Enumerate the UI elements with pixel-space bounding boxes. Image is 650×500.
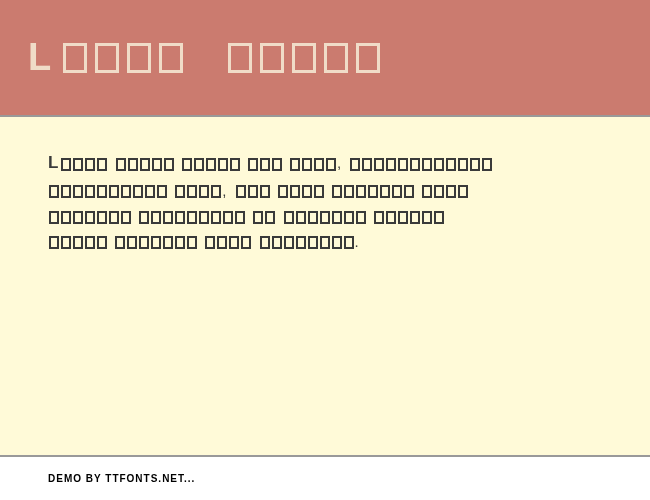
text-box [308,236,318,249]
text-box [151,236,161,249]
text-box [284,211,294,224]
punctuation: . [355,233,361,250]
text-box [434,185,444,198]
text-box [236,185,246,198]
text-box [272,236,282,249]
text-box [458,158,468,171]
text-box [482,158,492,171]
title-box [260,43,284,73]
text-box [211,185,221,198]
text-box [175,185,185,198]
text-box [157,185,167,198]
text-box [344,211,354,224]
text-box [398,211,408,224]
title-box [228,43,252,73]
text-box [229,236,239,249]
page-title: L [28,36,382,79]
title-box [95,43,119,73]
text-box [404,185,414,198]
text-box [187,236,197,249]
text-box [97,211,107,224]
text-box [422,158,432,171]
text-box [73,158,83,171]
text-box [109,211,119,224]
text-box [302,185,312,198]
text-box [235,211,245,224]
title-box [292,43,316,73]
title-letter: L [28,36,57,79]
text-box [175,211,185,224]
text-box [260,185,270,198]
text-box [272,158,282,171]
text-box [380,185,390,198]
text-box [308,211,318,224]
text-box [139,211,149,224]
text-box [284,236,294,249]
text-box [49,236,59,249]
text-box [314,158,324,171]
text-box [296,211,306,224]
text-box [290,185,300,198]
text-box [422,185,432,198]
text-box [422,211,432,224]
text-box [374,158,384,171]
text-box [332,236,342,249]
text-box [446,158,456,171]
text-box [85,211,95,224]
text-box [115,236,125,249]
text-box [290,158,300,171]
text-box [446,185,456,198]
title-box [127,43,151,73]
text-box [49,211,59,224]
text-box [314,185,324,198]
header: L [0,0,650,117]
title-box [356,43,380,73]
text-box [211,211,221,224]
text-box [386,211,396,224]
text-box [163,211,173,224]
text-box [344,185,354,198]
text-box [458,185,468,198]
text-box [97,158,107,171]
title-box [324,43,348,73]
text-box [85,236,95,249]
text-box [97,185,107,198]
text-box [61,211,71,224]
text-box [386,158,396,171]
body-first-letter: L [48,153,60,172]
text-box [127,236,137,249]
text-box [145,185,155,198]
text-box [320,211,330,224]
text-box [392,185,402,198]
text-box [164,158,174,171]
text-box [151,211,161,224]
text-box [217,236,227,249]
text-box [434,158,444,171]
text-box [332,211,342,224]
text-box [73,211,83,224]
text-box [128,158,138,171]
body-text: L , , . [48,149,602,254]
text-box [85,158,95,171]
title-box [63,43,87,73]
content-area: L , , . [0,117,650,457]
text-box [350,158,360,171]
text-box [223,211,233,224]
text-box [302,158,312,171]
text-box [265,211,275,224]
footer-text: DEMO BY TTFONTS.NET... [48,473,195,484]
text-box [121,211,131,224]
text-box [320,236,330,249]
text-box [470,158,480,171]
text-box [61,158,71,171]
text-box [199,185,209,198]
text-box [61,236,71,249]
text-box [121,185,131,198]
punctuation: , [337,154,343,171]
text-box [182,158,192,171]
text-box [248,185,258,198]
text-box [344,236,354,249]
text-box [109,185,119,198]
text-box [85,185,95,198]
text-box [187,211,197,224]
